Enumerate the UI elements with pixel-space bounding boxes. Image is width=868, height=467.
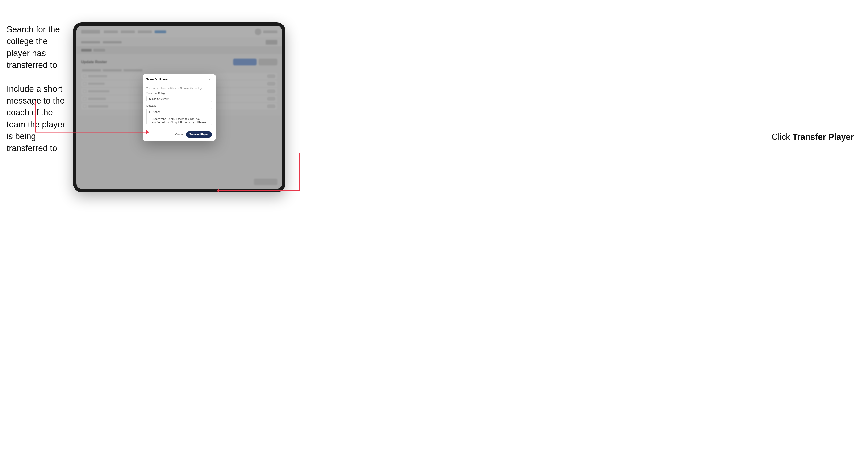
message-textarea[interactable]: Hi Coach, I understand Chris Robertson h… [147, 108, 212, 125]
modal-body: Transfer the player and their profile to… [143, 84, 216, 129]
modal-footer: Cancel Transfer Player [143, 129, 216, 141]
cancel-button[interactable]: Cancel [175, 133, 183, 136]
transfer-player-modal: Transfer Player ✕ Transfer the player an… [143, 74, 216, 141]
modal-title: Transfer Player [147, 77, 168, 81]
message-label: Message [147, 104, 212, 107]
tablet-screen: Update Roster [76, 26, 282, 189]
annotation-transfer-player-text: Transfer Player [793, 132, 854, 142]
modal-close-button[interactable]: ✕ [208, 77, 212, 82]
search-college-input[interactable] [147, 96, 212, 102]
modal-subtitle: Transfer the player and their profile to… [147, 87, 212, 90]
transfer-player-button[interactable]: Transfer Player [186, 131, 212, 137]
tablet-device: Update Roster [73, 22, 285, 192]
annotation-left: Search for the college the player has tr… [7, 24, 70, 166]
modal-overlay: Transfer Player ✕ Transfer the player an… [76, 26, 282, 189]
modal-header: Transfer Player ✕ [143, 74, 216, 84]
annotation-click-text: Click [772, 132, 793, 142]
search-college-label: Search for College [147, 92, 212, 95]
annotation-right: Click Transfer Player [772, 132, 854, 142]
annotation-message-text: Include a short message to the coach of … [7, 83, 70, 154]
annotation-search-text: Search for the college the player has tr… [7, 24, 70, 71]
